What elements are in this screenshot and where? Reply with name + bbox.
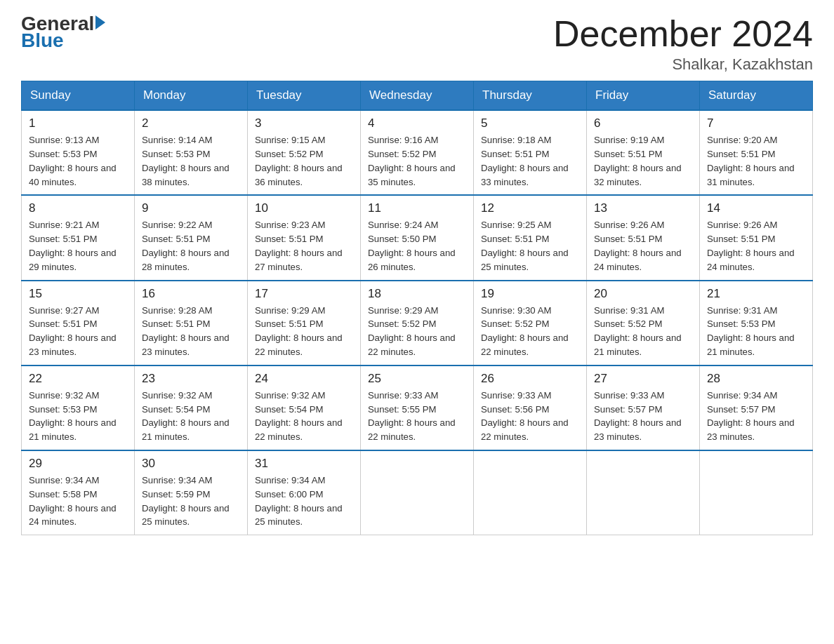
day-number: 25 xyxy=(368,372,466,386)
day-info: Sunrise: 9:15 AMSunset: 5:52 PMDaylight:… xyxy=(255,135,343,187)
title-section: December 2024 Shalkar, Kazakhstan xyxy=(553,14,813,74)
day-info: Sunrise: 9:34 AMSunset: 6:00 PMDaylight:… xyxy=(255,475,343,527)
page-header: General Blue December 2024 Shalkar, Kaza… xyxy=(21,14,813,74)
calendar-cell: 20 Sunrise: 9:31 AMSunset: 5:52 PMDaylig… xyxy=(587,281,700,365)
day-info: Sunrise: 9:34 AMSunset: 5:57 PMDaylight:… xyxy=(707,390,795,442)
calendar-cell: 17 Sunrise: 9:29 AMSunset: 5:51 PMDaylig… xyxy=(248,281,361,365)
calendar-cell: 7 Sunrise: 9:20 AMSunset: 5:51 PMDayligh… xyxy=(700,110,813,195)
month-year-title: December 2024 xyxy=(553,14,813,54)
day-number: 20 xyxy=(594,287,692,301)
day-number: 12 xyxy=(481,201,579,215)
week-row-3: 15 Sunrise: 9:27 AMSunset: 5:51 PMDaylig… xyxy=(22,281,813,365)
col-wednesday: Wednesday xyxy=(361,81,474,111)
day-number: 8 xyxy=(29,201,127,215)
day-info: Sunrise: 9:32 AMSunset: 5:54 PMDaylight:… xyxy=(142,390,230,442)
week-row-1: 1 Sunrise: 9:13 AMSunset: 5:53 PMDayligh… xyxy=(22,110,813,195)
day-info: Sunrise: 9:30 AMSunset: 5:52 PMDaylight:… xyxy=(481,305,569,357)
day-number: 1 xyxy=(29,116,127,130)
location-subtitle: Shalkar, Kazakhstan xyxy=(553,55,813,74)
calendar-cell: 15 Sunrise: 9:27 AMSunset: 5:51 PMDaylig… xyxy=(22,281,135,365)
calendar-cell: 24 Sunrise: 9:32 AMSunset: 5:54 PMDaylig… xyxy=(248,365,361,450)
day-info: Sunrise: 9:23 AMSunset: 5:51 PMDaylight:… xyxy=(255,220,343,271)
day-info: Sunrise: 9:33 AMSunset: 5:56 PMDaylight:… xyxy=(481,390,569,442)
day-info: Sunrise: 9:34 AMSunset: 5:58 PMDaylight:… xyxy=(29,475,117,527)
logo: General Blue xyxy=(21,14,105,52)
day-info: Sunrise: 9:18 AMSunset: 5:51 PMDaylight:… xyxy=(481,135,569,187)
day-number: 3 xyxy=(255,116,353,130)
day-number: 19 xyxy=(481,287,579,301)
day-number: 11 xyxy=(368,201,466,215)
day-number: 28 xyxy=(707,372,805,386)
day-number: 18 xyxy=(368,287,466,301)
day-number: 6 xyxy=(594,116,692,130)
logo-arrow-icon xyxy=(95,15,105,29)
calendar-cell: 28 Sunrise: 9:34 AMSunset: 5:57 PMDaylig… xyxy=(700,365,813,450)
calendar-cell: 1 Sunrise: 9:13 AMSunset: 5:53 PMDayligh… xyxy=(22,110,135,195)
day-number: 13 xyxy=(594,201,692,215)
calendar-header-row: Sunday Monday Tuesday Wednesday Thursday… xyxy=(22,81,813,111)
day-info: Sunrise: 9:28 AMSunset: 5:51 PMDaylight:… xyxy=(142,305,230,357)
col-thursday: Thursday xyxy=(474,81,587,111)
calendar-cell: 10 Sunrise: 9:23 AMSunset: 5:51 PMDaylig… xyxy=(248,195,361,280)
day-number: 29 xyxy=(29,457,127,471)
calendar-cell: 12 Sunrise: 9:25 AMSunset: 5:51 PMDaylig… xyxy=(474,195,587,280)
day-number: 14 xyxy=(707,201,805,215)
calendar-cell xyxy=(700,450,813,535)
day-info: Sunrise: 9:31 AMSunset: 5:53 PMDaylight:… xyxy=(707,305,795,357)
day-number: 15 xyxy=(29,287,127,301)
calendar-cell: 30 Sunrise: 9:34 AMSunset: 5:59 PMDaylig… xyxy=(135,450,248,535)
calendar-table: Sunday Monday Tuesday Wednesday Thursday… xyxy=(21,81,813,535)
day-number: 31 xyxy=(255,457,353,471)
col-tuesday: Tuesday xyxy=(248,81,361,111)
day-info: Sunrise: 9:33 AMSunset: 5:57 PMDaylight:… xyxy=(594,390,682,442)
calendar-cell: 6 Sunrise: 9:19 AMSunset: 5:51 PMDayligh… xyxy=(587,110,700,195)
week-row-5: 29 Sunrise: 9:34 AMSunset: 5:58 PMDaylig… xyxy=(22,450,813,535)
calendar-cell: 4 Sunrise: 9:16 AMSunset: 5:52 PMDayligh… xyxy=(361,110,474,195)
day-info: Sunrise: 9:29 AMSunset: 5:51 PMDaylight:… xyxy=(255,305,343,357)
day-number: 22 xyxy=(29,372,127,386)
calendar-cell: 16 Sunrise: 9:28 AMSunset: 5:51 PMDaylig… xyxy=(135,281,248,365)
week-row-4: 22 Sunrise: 9:32 AMSunset: 5:53 PMDaylig… xyxy=(22,365,813,450)
day-info: Sunrise: 9:34 AMSunset: 5:59 PMDaylight:… xyxy=(142,475,230,527)
col-monday: Monday xyxy=(135,81,248,111)
day-info: Sunrise: 9:31 AMSunset: 5:52 PMDaylight:… xyxy=(594,305,682,357)
calendar-cell: 27 Sunrise: 9:33 AMSunset: 5:57 PMDaylig… xyxy=(587,365,700,450)
calendar-cell: 2 Sunrise: 9:14 AMSunset: 5:53 PMDayligh… xyxy=(135,110,248,195)
calendar-cell: 31 Sunrise: 9:34 AMSunset: 6:00 PMDaylig… xyxy=(248,450,361,535)
day-number: 7 xyxy=(707,116,805,130)
day-info: Sunrise: 9:27 AMSunset: 5:51 PMDaylight:… xyxy=(29,305,117,357)
day-info: Sunrise: 9:14 AMSunset: 5:53 PMDaylight:… xyxy=(142,135,230,187)
calendar-cell: 29 Sunrise: 9:34 AMSunset: 5:58 PMDaylig… xyxy=(22,450,135,535)
calendar-cell: 11 Sunrise: 9:24 AMSunset: 5:50 PMDaylig… xyxy=(361,195,474,280)
day-number: 21 xyxy=(707,287,805,301)
calendar-cell: 13 Sunrise: 9:26 AMSunset: 5:51 PMDaylig… xyxy=(587,195,700,280)
day-number: 16 xyxy=(142,287,240,301)
calendar-cell: 21 Sunrise: 9:31 AMSunset: 5:53 PMDaylig… xyxy=(700,281,813,365)
day-number: 4 xyxy=(368,116,466,130)
day-number: 9 xyxy=(142,201,240,215)
col-sunday: Sunday xyxy=(22,81,135,111)
day-number: 30 xyxy=(142,457,240,471)
day-number: 2 xyxy=(142,116,240,130)
day-info: Sunrise: 9:29 AMSunset: 5:52 PMDaylight:… xyxy=(368,305,456,357)
calendar-cell: 22 Sunrise: 9:32 AMSunset: 5:53 PMDaylig… xyxy=(22,365,135,450)
day-info: Sunrise: 9:25 AMSunset: 5:51 PMDaylight:… xyxy=(481,220,569,271)
week-row-2: 8 Sunrise: 9:21 AMSunset: 5:51 PMDayligh… xyxy=(22,195,813,280)
day-number: 24 xyxy=(255,372,353,386)
calendar-cell: 25 Sunrise: 9:33 AMSunset: 5:55 PMDaylig… xyxy=(361,365,474,450)
calendar-cell: 5 Sunrise: 9:18 AMSunset: 5:51 PMDayligh… xyxy=(474,110,587,195)
day-info: Sunrise: 9:26 AMSunset: 5:51 PMDaylight:… xyxy=(707,220,795,271)
calendar-cell: 14 Sunrise: 9:26 AMSunset: 5:51 PMDaylig… xyxy=(700,195,813,280)
calendar-cell xyxy=(361,450,474,535)
day-number: 23 xyxy=(142,372,240,386)
day-info: Sunrise: 9:13 AMSunset: 5:53 PMDaylight:… xyxy=(29,135,117,187)
day-number: 26 xyxy=(481,372,579,386)
day-info: Sunrise: 9:20 AMSunset: 5:51 PMDaylight:… xyxy=(707,135,795,187)
col-saturday: Saturday xyxy=(700,81,813,111)
day-info: Sunrise: 9:21 AMSunset: 5:51 PMDaylight:… xyxy=(29,220,117,271)
day-info: Sunrise: 9:16 AMSunset: 5:52 PMDaylight:… xyxy=(368,135,456,187)
day-number: 27 xyxy=(594,372,692,386)
day-info: Sunrise: 9:33 AMSunset: 5:55 PMDaylight:… xyxy=(368,390,456,442)
calendar-cell xyxy=(474,450,587,535)
day-info: Sunrise: 9:22 AMSunset: 5:51 PMDaylight:… xyxy=(142,220,230,271)
